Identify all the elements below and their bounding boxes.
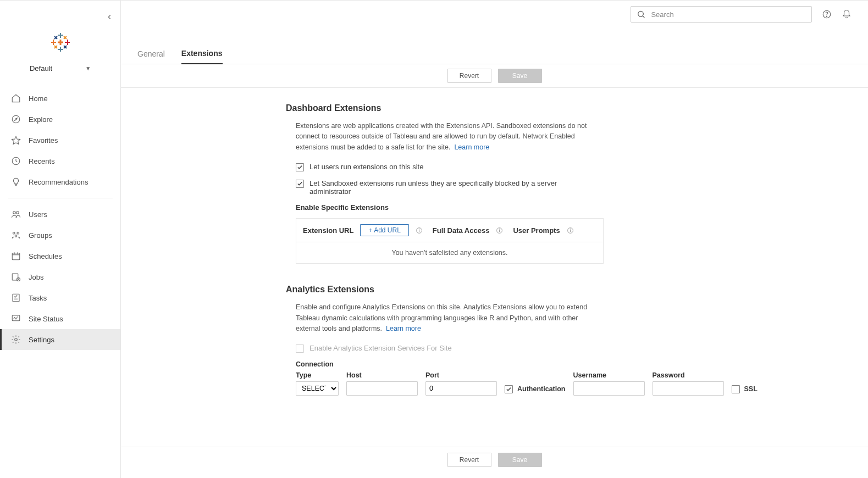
- nav-users[interactable]: Users: [0, 204, 120, 225]
- site-name: Default: [30, 64, 52, 73]
- ext-table-header: Extension URL + Add URL Full Data Access…: [296, 219, 603, 242]
- users-icon: [11, 209, 21, 219]
- nav-groups[interactable]: Groups: [0, 225, 120, 246]
- checkbox-icon[interactable]: [732, 385, 740, 393]
- info-icon[interactable]: [416, 227, 423, 234]
- user-input[interactable]: [573, 381, 645, 396]
- main: General Extensions Revert Save Dashboard…: [121, 1, 868, 478]
- svg-rect-27: [12, 253, 20, 260]
- nav-label: Groups: [29, 231, 52, 240]
- home-icon: [11, 93, 21, 103]
- jobs-icon: [11, 272, 21, 282]
- app-logo: [0, 1, 120, 59]
- action-bar-bottom: Revert Save: [121, 447, 868, 478]
- pass-input[interactable]: [653, 381, 724, 396]
- enable-specific-heading: Enable Specific Extensions: [286, 203, 868, 212]
- dashboard-ext-title: Dashboard Extensions: [286, 103, 868, 113]
- nav-settings[interactable]: Settings: [0, 329, 120, 350]
- svg-point-23: [16, 212, 19, 214]
- revert-button-bottom[interactable]: Revert: [447, 453, 491, 467]
- cb-label: Let Sandboxed extensions run unless they…: [309, 179, 594, 196]
- user-label: Username: [573, 371, 645, 379]
- nav-recents[interactable]: Recents: [0, 151, 120, 171]
- cb-label: Let users run extensions on this site: [309, 163, 423, 171]
- svg-point-18: [12, 115, 20, 123]
- nav-favorites[interactable]: Favorites: [0, 130, 120, 151]
- nav-schedules[interactable]: Schedules: [0, 246, 120, 266]
- checkbox-icon[interactable]: [296, 163, 304, 171]
- compass-icon: [11, 114, 21, 124]
- svg-point-43: [419, 229, 419, 229]
- type-select[interactable]: SELECT: [296, 381, 339, 396]
- nav-label: Recommendations: [29, 178, 88, 186]
- help-icon[interactable]: [822, 9, 832, 19]
- content: Dashboard Extensions Extensions are web …: [121, 88, 868, 447]
- svg-line-38: [643, 16, 644, 18]
- revert-button[interactable]: Revert: [447, 69, 491, 83]
- svg-rect-33: [13, 294, 19, 302]
- connection-label: Connection: [296, 360, 594, 368]
- nav-label: Explore: [29, 115, 53, 124]
- groups-icon: [11, 230, 21, 240]
- topbar: [121, 1, 868, 27]
- info-icon[interactable]: [567, 227, 574, 234]
- svg-rect-35: [12, 315, 20, 321]
- star-icon: [11, 135, 21, 145]
- cb-let-users-run[interactable]: Let users run extensions on this site: [296, 163, 594, 171]
- search-icon: [637, 9, 645, 19]
- pass-label: Password: [653, 371, 724, 379]
- search-input[interactable]: [651, 10, 806, 19]
- sidebar-collapse-button[interactable]: [104, 12, 115, 23]
- nav-recommendations[interactable]: Recommendations: [0, 171, 120, 192]
- info-icon[interactable]: [496, 227, 503, 234]
- svg-point-49: [570, 229, 571, 229]
- cb-sandboxed-run[interactable]: Let Sandboxed extensions run unless they…: [296, 179, 594, 196]
- svg-point-22: [13, 212, 16, 214]
- col-extension-url: Extension URL: [303, 226, 353, 235]
- cb-label: Enable Analytics Extension Services For …: [309, 344, 452, 352]
- tab-extensions[interactable]: Extensions: [181, 49, 223, 64]
- col-full-data-access: Full Data Access: [433, 226, 490, 235]
- nav-explore[interactable]: Explore: [0, 109, 120, 130]
- analytics-ext-learn-more-link[interactable]: Learn more: [386, 325, 421, 332]
- search-box[interactable]: [631, 6, 812, 23]
- nav-divider: [8, 198, 113, 198]
- nav-label: Recents: [29, 157, 55, 165]
- calendar-icon: [11, 251, 21, 261]
- nav-jobs[interactable]: Jobs: [0, 266, 120, 287]
- auth-checkbox-row[interactable]: Authentication: [505, 385, 566, 396]
- checkbox-icon[interactable]: [296, 180, 304, 188]
- tab-general[interactable]: General: [137, 49, 165, 64]
- dashboard-ext-learn-more-link[interactable]: Learn more: [454, 143, 489, 151]
- svg-point-40: [826, 16, 827, 16]
- cb-enable-analytics[interactable]: Enable Analytics Extension Services For …: [296, 344, 594, 353]
- svg-point-26: [15, 235, 17, 237]
- port-input[interactable]: [425, 381, 497, 396]
- status-icon: [11, 314, 21, 324]
- svg-point-46: [499, 229, 500, 229]
- add-url-button[interactable]: + Add URL: [360, 224, 408, 236]
- nav-home[interactable]: Home: [0, 88, 120, 109]
- ext-table-empty: You haven't safelisted any extensions.: [296, 242, 603, 263]
- host-label: Host: [346, 371, 418, 379]
- checkbox-icon[interactable]: [505, 385, 513, 393]
- svg-point-24: [13, 232, 15, 234]
- checkbox-icon[interactable]: [296, 344, 304, 353]
- nav-label: Settings: [29, 336, 54, 344]
- site-selector[interactable]: Default ▼: [0, 59, 120, 84]
- save-button-bottom[interactable]: Save: [498, 453, 542, 467]
- dashboard-ext-desc: Extensions are web applications created …: [296, 121, 594, 153]
- port-label: Port: [425, 371, 497, 379]
- gear-icon: [11, 335, 21, 344]
- nav-tasks[interactable]: Tasks: [0, 287, 120, 308]
- nav-site-status[interactable]: Site Status: [0, 308, 120, 329]
- action-bar-top: Revert Save: [121, 64, 868, 88]
- svg-marker-19: [15, 118, 18, 121]
- bulb-icon: [11, 177, 21, 187]
- ssl-checkbox-row[interactable]: SSL: [732, 385, 758, 396]
- host-input[interactable]: [346, 381, 418, 396]
- save-button[interactable]: Save: [498, 69, 542, 83]
- svg-point-36: [15, 338, 18, 341]
- nav-label: Tasks: [29, 294, 47, 302]
- bell-icon[interactable]: [842, 9, 852, 19]
